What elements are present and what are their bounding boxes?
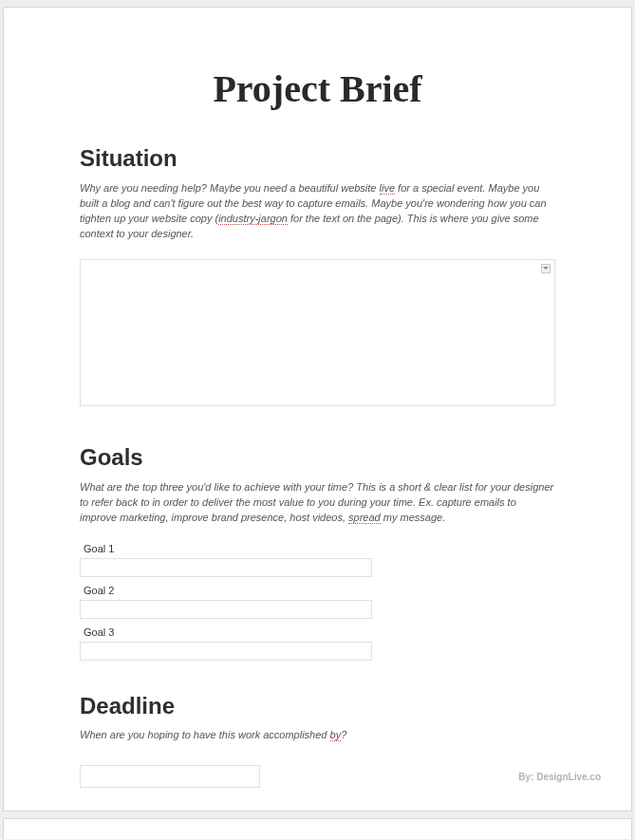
goal-row: Goal 1 [80, 543, 555, 577]
page-title: Project Brief [80, 66, 555, 111]
situation-heading: Situation [80, 145, 555, 172]
footer-credit: By: DesignLive.co [518, 772, 601, 782]
situation-description: Why are you needing help? Maybe you need… [80, 181, 555, 242]
goals-heading: Goals [80, 444, 555, 471]
goal-2-input[interactable] [80, 600, 372, 619]
deadline-desc-text: ? [341, 729, 346, 740]
goals-desc-underlined: spread [348, 512, 381, 524]
deadline-description: When are you hoping to have this work ac… [80, 729, 555, 740]
goals-desc-text: my message. [381, 512, 445, 523]
situation-desc-underlined: industry-jargon [218, 213, 288, 225]
situation-desc-underlined: live [380, 182, 396, 195]
next-page-peek [3, 818, 632, 839]
situation-desc-text: Why are you needing help? Maybe you need… [80, 182, 380, 194]
dropdown-handle-icon[interactable] [541, 264, 551, 273]
goal-3-input[interactable] [80, 642, 372, 661]
goals-description: What are the top three you'd like to ach… [80, 480, 555, 526]
situation-textarea[interactable] [80, 259, 555, 406]
deadline-desc-underlined: by [330, 729, 342, 741]
goal-row: Goal 2 [80, 585, 555, 619]
goal-row: Goal 3 [80, 626, 555, 661]
deadline-input[interactable] [80, 765, 260, 788]
deadline-section: Deadline When are you hoping to have thi… [80, 693, 555, 788]
goals-desc-text: What are the top three you'd like to ach… [80, 481, 553, 523]
deadline-heading: Deadline [80, 693, 555, 719]
goals-section: Goals What are the top three you'd like … [80, 444, 555, 661]
goal-1-input[interactable] [80, 558, 372, 577]
document-page: Project Brief Situation Why are you need… [3, 7, 632, 812]
goal-label: Goal 3 [80, 626, 555, 638]
deadline-desc-text: When are you hoping to have this work ac… [80, 729, 330, 740]
goal-label: Goal 1 [80, 543, 555, 554]
situation-section: Situation Why are you needing help? Mayb… [80, 145, 555, 406]
goal-label: Goal 2 [80, 585, 555, 596]
